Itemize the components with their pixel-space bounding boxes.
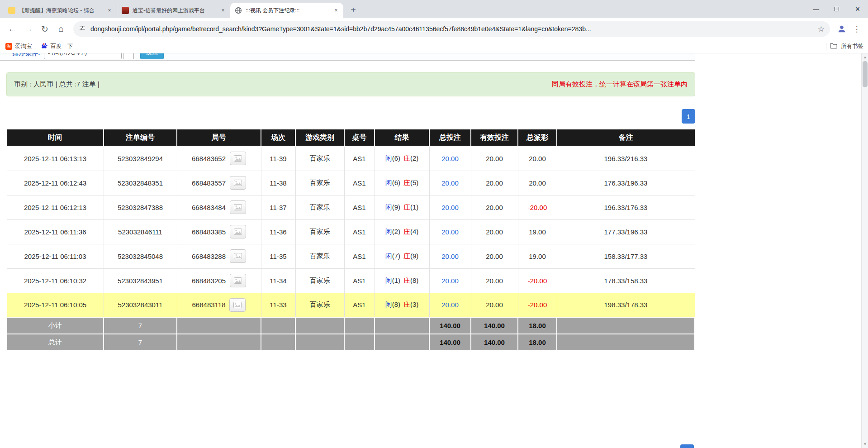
- result-banker: 庄: [403, 300, 410, 308]
- maximize-button[interactable]: [826, 0, 847, 18]
- tab-forum[interactable]: 【新提醒】海燕策略论坛 - 综合 ×: [4, 3, 117, 18]
- cell-remark: 198.33/178.33: [557, 293, 695, 317]
- cell-total-bet[interactable]: 20.00: [429, 268, 471, 293]
- cell-total-bet[interactable]: 20.00: [429, 293, 471, 317]
- round-id: 668483484: [192, 204, 226, 211]
- cell-valid-bet: 20.00: [471, 171, 518, 195]
- cell-game-type: 百家乐: [295, 219, 344, 244]
- cell-time: 2025-12-11 06:11:03: [7, 244, 104, 268]
- round-replay-button[interactable]: [230, 225, 246, 238]
- refresh-button[interactable]: ↻: [37, 21, 52, 37]
- cell-remark: 178.33/158.33: [557, 268, 695, 293]
- scrollbar-thumb[interactable]: [863, 61, 868, 87]
- page-1-button[interactable]: 1: [682, 109, 695, 124]
- result-banker: 庄: [403, 252, 410, 260]
- close-tab-icon[interactable]: ×: [219, 7, 227, 14]
- cell-total-bet[interactable]: 20.00: [429, 195, 471, 219]
- site-info-icon[interactable]: [79, 24, 86, 33]
- bookmark-star-icon[interactable]: ☆: [818, 24, 825, 34]
- url-text: dongshouji.com/ipl/portal.php/game/betre…: [90, 25, 813, 33]
- cell-session: 11-39: [261, 146, 295, 171]
- page-content: 排序条件: 时间(由大到小) 搜索 币别 : 人民币 | 总共 :7 注单 | …: [0, 53, 868, 448]
- cell-empty: [295, 334, 344, 351]
- cell-bet-id: 523032849294: [104, 146, 177, 171]
- replay-photo-icon: [234, 277, 242, 284]
- result-banker-num: (2): [410, 154, 418, 162]
- round-replay-button[interactable]: [230, 176, 246, 190]
- close-tab-icon[interactable]: ×: [332, 7, 340, 14]
- sort-spinner[interactable]: [123, 53, 134, 59]
- cell-round-id: 668483288: [177, 244, 261, 268]
- cell-empty: [177, 334, 261, 351]
- tab-bet-record[interactable]: :::视讯 会员下注纪录::: ×: [230, 3, 343, 18]
- result-player: 闲: [385, 276, 392, 284]
- total-valid-bet: 140.00: [471, 334, 518, 351]
- table-row: 2025-12-11 06:11:36 523032846111 6684833…: [7, 219, 695, 244]
- result-player-num: (1): [392, 276, 400, 284]
- round-replay-button[interactable]: [230, 152, 246, 165]
- cell-total-bet[interactable]: 20.00: [429, 219, 471, 244]
- bookmark-taobao[interactable]: 淘 爱淘宝: [5, 43, 32, 50]
- cell-table-no: AS1: [344, 195, 375, 219]
- close-window-button[interactable]: ×: [847, 0, 868, 18]
- cell-total-bet[interactable]: 20.00: [429, 244, 471, 268]
- pagination-bottom-cutoff[interactable]: [680, 444, 694, 448]
- new-tab-button[interactable]: +: [347, 4, 360, 16]
- summary-notice: 同局有效投注，统一计算在该局第一张注单内: [552, 80, 688, 89]
- result-banker: 庄: [403, 179, 410, 186]
- cell-round-id: 668483484: [177, 195, 261, 219]
- cell-payout: -20.00: [518, 293, 557, 317]
- browser-menu-button[interactable]: ⋮: [850, 21, 863, 37]
- cell-time: 2025-12-11 06:10:32: [7, 268, 104, 293]
- col-table-no: 桌号: [344, 129, 375, 146]
- result-banker-num: (3): [410, 300, 418, 308]
- cell-game-type: 百家乐: [295, 244, 344, 268]
- sort-select[interactable]: 时间(由大到小): [44, 53, 122, 59]
- scroll-up-icon[interactable]: ▲: [862, 55, 868, 59]
- taobao-icon: 淘: [5, 43, 12, 50]
- scroll-down-icon[interactable]: ▼: [862, 442, 868, 446]
- home-button[interactable]: ⌂: [53, 21, 69, 37]
- round-id: 668483652: [192, 155, 226, 162]
- close-tab-icon[interactable]: ×: [106, 7, 113, 14]
- forward-button[interactable]: →: [21, 21, 36, 37]
- cell-round-id: 668483557: [177, 171, 261, 195]
- tab-tongbao[interactable]: 通宝-信誉最好的网上游戏平台 ×: [117, 3, 230, 18]
- vertical-scrollbar[interactable]: ▲ ▼: [861, 53, 868, 448]
- result-banker-num: (5): [410, 179, 418, 186]
- table-row: 2025-12-11 06:13:13 523032849294 6684836…: [7, 146, 695, 171]
- bookmark-label: 百度一下: [51, 43, 73, 50]
- back-button[interactable]: ←: [5, 21, 20, 37]
- cell-result: 闲(6)庄(2): [375, 146, 429, 171]
- round-replay-button[interactable]: [229, 298, 246, 312]
- cell-empty: [295, 317, 344, 334]
- cell-table-no: AS1: [344, 219, 375, 244]
- all-bookmarks[interactable]: 所有书签: [826, 43, 863, 50]
- table-row-highlighted: 2025-12-11 06:10:05 523032843011 6684831…: [7, 293, 695, 317]
- search-button[interactable]: 搜索: [140, 53, 164, 59]
- cell-time: 2025-12-11 06:12:13: [7, 195, 104, 219]
- cell-game-type: 百家乐: [295, 268, 344, 293]
- tab-divider: [117, 5, 117, 14]
- cell-session: 11-33: [261, 293, 295, 317]
- profile-avatar[interactable]: [835, 22, 849, 36]
- cell-bet-id: 523032845048: [104, 244, 177, 268]
- cell-result: 闲(2)庄(4): [375, 219, 429, 244]
- round-replay-button[interactable]: [230, 249, 246, 263]
- result-player-num: (2): [392, 228, 400, 235]
- total-label: 总计: [7, 334, 104, 351]
- subtotal-label: 小计: [7, 317, 104, 334]
- cell-total-bet[interactable]: 20.00: [429, 171, 471, 195]
- total-total-bet: 140.00: [429, 334, 471, 351]
- cell-round-id: 668483205: [177, 268, 261, 293]
- result-player-num: (6): [392, 179, 400, 186]
- cell-total-bet[interactable]: 20.00: [429, 146, 471, 171]
- round-replay-button[interactable]: [230, 274, 246, 287]
- round-replay-button[interactable]: [230, 200, 246, 214]
- col-session: 场次: [261, 129, 295, 146]
- bookmark-baidu[interactable]: 百度一下: [41, 43, 73, 51]
- minimize-button[interactable]: —: [806, 0, 826, 18]
- cell-remark: 176.33/196.33: [557, 171, 695, 195]
- cell-payout: 20.00: [518, 171, 557, 195]
- address-bar[interactable]: dongshouji.com/ipl/portal.php/game/betre…: [73, 21, 830, 37]
